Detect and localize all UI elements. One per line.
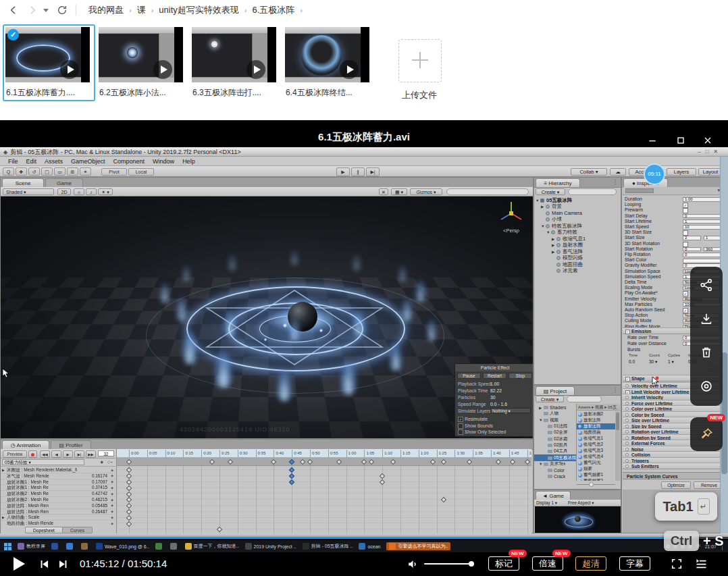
property-label: Start Lifetime	[625, 219, 652, 224]
play-button[interactable]	[14, 557, 25, 571]
video-card[interactable]: 6.4五极冰阵终结...	[282, 24, 375, 101]
gameobject-icon	[546, 205, 550, 209]
app-icon	[96, 543, 103, 550]
video-card[interactable]: 6.2五极冰阵小法...	[96, 24, 188, 101]
effects-toggle-icon: ✶ ▾	[98, 188, 113, 195]
module-row: Sub Emitters	[623, 463, 727, 469]
breadcrumb-item[interactable]: 课	[137, 4, 146, 16]
inspector-row: 3D Start Rotation	[622, 241, 728, 246]
history-dropdown-icon[interactable]	[43, 9, 49, 12]
hierarchy-tree: ▼05五极冰阵▶背景Main Camera小球▼特效五极冰阵▼蓄力特效▶收缩气息…	[534, 197, 621, 384]
pe-check-label: Show Only Selected	[465, 429, 506, 434]
folder-name: Shaders	[550, 405, 567, 410]
video-player[interactable]: 6.1五极冰阵蓄力.avi ◆剪辑 - 05五极冰阵 - PC, Mac & L…	[0, 120, 728, 576]
ruler-label: 0:05	[147, 450, 157, 457]
close-icon[interactable]	[702, 135, 716, 146]
fold-arrow-icon: ▶	[552, 250, 556, 254]
animation-transport-bar: Preview ◀◀ ◀ ▶ ▶| ▶▶ 32	[1, 449, 115, 459]
pe-row-value: 82.22	[490, 388, 502, 393]
taskbar-item: 2019 Unity Project ..	[245, 543, 296, 550]
video-card[interactable]: 6.3五极冰阵击打....	[189, 24, 282, 101]
taskbar-item: 引擎这么不学习真以为..	[386, 542, 450, 550]
inspector-row: 3D Start Size	[622, 230, 728, 235]
breadcrumb-item[interactable]: 我的网盘	[88, 4, 124, 16]
record-icon[interactable]	[699, 379, 714, 394]
module-radio-icon	[625, 465, 629, 468]
share-icon[interactable]	[699, 278, 714, 292]
project-folder: Color	[534, 467, 576, 473]
previous-video-icon[interactable]	[38, 558, 51, 573]
pivot-toggle: Pivot	[101, 168, 127, 176]
project-asset: 放射法阵	[577, 417, 615, 423]
animation-property-list: ▶冰圈波 : Mesh Renderer.Material._MainT◆冰气波…	[1, 467, 115, 526]
asset-name: 放射冰圈2	[583, 411, 603, 417]
effect-preview	[211, 41, 218, 48]
property-field: 2	[683, 236, 701, 240]
sparkle	[264, 338, 267, 341]
module-radio-icon	[625, 413, 629, 417]
flame-effect	[340, 359, 357, 394]
module-radio-icon	[625, 396, 629, 399]
ruler-label: 1:25	[437, 450, 447, 457]
project-asset: 蓄气烟雾1	[577, 472, 615, 478]
game-view-toolbar: Display 1 ▾ Free Aspect ▾	[534, 500, 621, 506]
scene-search-input	[446, 188, 529, 195]
forward-icon[interactable]	[27, 5, 38, 16]
ruler-label: 0:25	[219, 450, 230, 457]
minimize-icon[interactable]	[647, 135, 660, 146]
next-video-icon[interactable]	[57, 558, 70, 573]
particle-effect-panel: Particle EffectPauseRestartStopPlayback …	[454, 363, 533, 437]
ruler-label: 1:15	[400, 450, 411, 457]
playlist-icon[interactable]	[694, 557, 708, 574]
seek-bar[interactable]	[0, 537, 728, 539]
ruler-label: 1:50	[527, 450, 531, 457]
keyframe-indicator-icon: ◆	[111, 473, 113, 477]
project-search-input	[567, 396, 602, 402]
breadcrumb-separator: ›	[129, 6, 132, 14]
breadcrumb-item[interactable]: 6.五极冰阵	[252, 4, 294, 16]
video-card[interactable]: ✓6.1五极冰阵蓄力....	[3, 24, 95, 101]
effect-preview	[301, 35, 342, 76]
pe-row-value: 0.0 - 1.6	[490, 402, 507, 407]
download-icon[interactable]	[699, 311, 714, 326]
folder-icon	[548, 469, 552, 472]
back-icon[interactable]	[8, 5, 19, 16]
inspector-row: Flip Rotation0	[622, 252, 728, 257]
pe-check-label: Show Bounds	[465, 423, 493, 428]
app-icon	[51, 543, 58, 550]
breadcrumb-item[interactable]: unity超写实特效表现	[159, 4, 238, 16]
preview-toggle: Preview	[3, 450, 27, 458]
subtitle-button[interactable]: 字幕	[619, 556, 650, 571]
curves-tab: Curves	[63, 527, 93, 533]
mark-button[interactable]: 标记	[488, 556, 519, 571]
module-label: Shape	[631, 376, 645, 381]
refresh-icon[interactable]	[57, 5, 68, 16]
quality-button[interactable]: 超清	[575, 556, 606, 571]
pin-to-desktop-button[interactable]: NEW	[690, 417, 723, 451]
fold-arrow-icon: ▼	[539, 462, 544, 466]
project-folder: 人物	[534, 411, 576, 417]
volume-slider[interactable]	[424, 563, 471, 565]
project-folder: 05五极冰阵	[534, 454, 576, 461]
delete-icon[interactable]	[699, 345, 714, 360]
flame-effect	[228, 253, 237, 271]
folder-icon	[544, 463, 548, 466]
volume-slider-handle[interactable]	[469, 561, 474, 567]
asset-name: 收缩气息4	[583, 454, 603, 460]
property-label: Start Speed	[625, 224, 649, 230]
property-label: Start Delay	[625, 213, 648, 219]
fullscreen-icon[interactable]	[670, 557, 683, 573]
module-label: Sub Emitters	[631, 464, 659, 469]
maximize-icon[interactable]	[675, 135, 689, 146]
gameobject-name: 蓄气法阵	[563, 248, 583, 255]
app-label: Wave_010.png @ 6..	[105, 544, 149, 549]
animation-property-row: 地面扭曲 : Mesh Rende◆	[1, 520, 115, 526]
volume-icon[interactable]	[407, 558, 419, 573]
speed-button[interactable]: 倍速	[532, 556, 563, 571]
hierarchy-item: ▼特效五极冰阵	[534, 223, 621, 230]
hierarchy-item: Main Camera	[534, 210, 621, 217]
pin-icon	[699, 427, 714, 442]
upload-file-button[interactable]	[398, 39, 442, 82]
property-field-2: 360	[704, 247, 722, 252]
video-library-strip: ✓6.1五极冰阵蓄力....6.2五极冰阵小法...6.3五极冰阵击打....6…	[0, 20, 728, 120]
